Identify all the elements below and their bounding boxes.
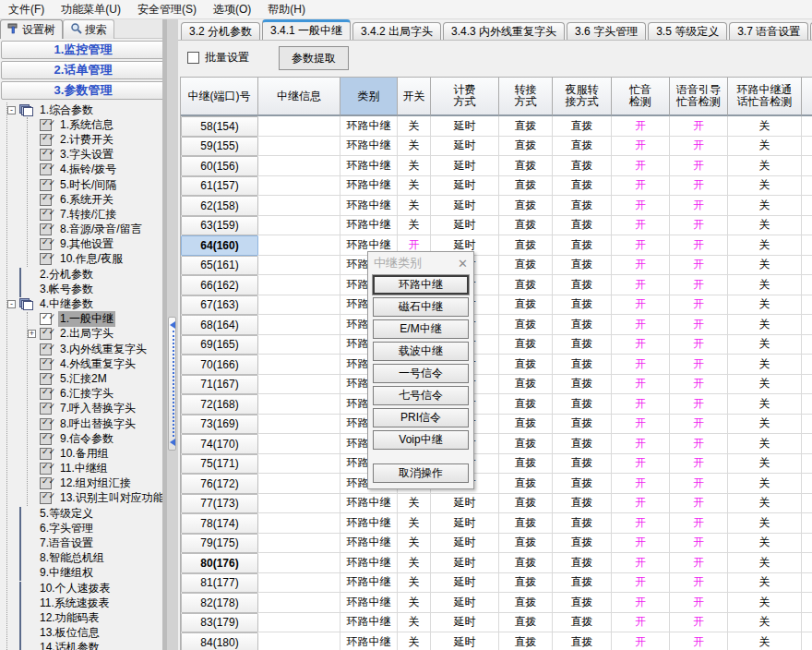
table-cell[interactable]: 直拨 — [553, 553, 612, 573]
splitter-handle[interactable] — [168, 317, 176, 451]
tree-item[interactable]: ✓✓10.备用组 — [28, 446, 162, 461]
table-cell[interactable] — [258, 573, 340, 594]
tab-3.2[interactable]: 3.2 分机参数 — [181, 22, 260, 40]
table-cell[interactable]: 环路中继 — [340, 632, 398, 650]
table-cell[interactable]: 开 — [670, 116, 728, 137]
table-cell[interactable]: 环路中继 — [340, 513, 398, 534]
table-cell[interactable]: 环路中继 — [340, 156, 398, 176]
table-cell[interactable]: 开 — [670, 415, 728, 435]
table-cell[interactable]: 关 — [728, 454, 802, 475]
table-cell[interactable]: 关 — [728, 593, 802, 613]
trunk-type-option[interactable]: E/M中继 — [373, 319, 469, 339]
table-cell[interactable] — [258, 256, 340, 276]
table-cell[interactable]: 开 — [670, 613, 728, 633]
table-cell[interactable]: 关 — [728, 355, 802, 375]
table-cell[interactable]: 环路中继 — [340, 613, 398, 633]
table-cell[interactable]: 直拨 — [553, 235, 612, 256]
table-cell[interactable]: 开 — [670, 335, 728, 355]
tree-item-label[interactable]: 5.等级定义 — [38, 506, 95, 522]
tree-item[interactable]: ✓✓6.系统开关 — [28, 192, 162, 207]
trunk-port-cell[interactable]: 81(177) — [181, 573, 258, 594]
trunk-port-cell[interactable]: 70(166) — [181, 355, 258, 375]
table-cell[interactable]: 环路中继 — [340, 573, 398, 594]
trunk-port-cell[interactable]: 58(154) — [181, 116, 258, 137]
table-cell[interactable]: 开 — [670, 513, 728, 534]
table-cell[interactable]: 环路中继 — [340, 593, 398, 613]
table-cell[interactable] — [258, 295, 340, 316]
trunk-type-option[interactable]: Voip中继 — [373, 430, 469, 450]
tree-item[interactable]: 11.系统速拨表 — [7, 596, 162, 610]
left-tab-search[interactable]: 搜索 — [63, 19, 114, 39]
tree-item[interactable]: ✓✓4.振铃/拨号 — [28, 162, 162, 177]
table-cell[interactable]: 关 — [728, 534, 802, 554]
table-cell[interactable]: 开 — [670, 454, 728, 475]
column-header[interactable]: 语音引导 忙音检测 — [670, 78, 728, 116]
table-cell[interactable]: 延时 — [431, 593, 499, 613]
table-cell[interactable]: 开 — [612, 494, 670, 514]
table-cell[interactable]: 关 — [728, 394, 802, 415]
table-cell[interactable]: 关 — [728, 295, 802, 316]
table-cell[interactable] — [258, 235, 340, 256]
table-cell[interactable]: 直拨 — [499, 235, 553, 256]
tree-item-label[interactable]: 12.功能码表 — [38, 610, 102, 626]
table-cell[interactable]: 开 — [612, 375, 670, 395]
table-cell[interactable]: 关 — [728, 553, 802, 573]
column-header[interactable]: 忙音 检测 — [612, 78, 670, 116]
table-cell[interactable]: 直拨 — [499, 275, 553, 295]
table-cell[interactable]: 延时 — [431, 156, 499, 176]
trunk-port-cell[interactable]: 63(159) — [181, 216, 258, 236]
table-cell[interactable]: 关 — [728, 196, 802, 216]
table-cell[interactable]: 直拨 — [553, 196, 612, 216]
table-cell[interactable]: 直拨 — [499, 613, 553, 633]
table-cell[interactable]: 直拨 — [553, 513, 612, 534]
dialog-titlebar[interactable]: 中继类别 ✕ — [368, 252, 473, 274]
tree-item[interactable]: ✓✓11.中继组 — [28, 462, 162, 476]
trunk-port-cell[interactable]: 64(160) — [181, 235, 258, 256]
table-cell[interactable] — [258, 375, 340, 395]
tree-item-label[interactable]: 1.一般中继 — [58, 311, 115, 327]
table-cell[interactable]: 关 — [728, 176, 802, 197]
table-cell[interactable]: 直拨 — [499, 434, 553, 454]
table-cell[interactable]: 直拨 — [553, 474, 612, 494]
section-button-2[interactable]: 2.话单管理 — [1, 61, 165, 79]
tree-item-label[interactable]: 6.汇接字头 — [58, 386, 115, 402]
table-cell[interactable]: 环路中继 — [340, 216, 398, 236]
table-cell[interactable]: 关 — [728, 137, 802, 157]
table-cell[interactable]: 直拨 — [499, 573, 553, 594]
tree-item[interactable]: 10.个人速拨表 — [7, 581, 162, 596]
table-cell[interactable] — [258, 196, 340, 216]
tree-item[interactable]: ✓✓4.外线重复字头 — [28, 356, 162, 371]
column-header[interactable]: 类别 — [340, 78, 398, 116]
table-cell[interactable] — [258, 156, 340, 176]
table-cell[interactable]: 环路中继 — [340, 176, 398, 197]
table-cell[interactable]: 环路中继 — [340, 116, 398, 137]
table-cell[interactable]: 开 — [670, 494, 728, 514]
tree-item-label[interactable]: 10.个人速拨表 — [38, 581, 113, 596]
table-cell[interactable]: 直拨 — [553, 632, 612, 650]
table-cell[interactable]: 开 — [612, 235, 670, 256]
tree-item[interactable]: ✓✓7.转接/汇接 — [28, 207, 162, 222]
table-cell[interactable]: 开 — [670, 573, 728, 594]
table-cell[interactable]: 关 — [728, 156, 802, 176]
table-cell[interactable]: 环路中继 — [340, 137, 398, 157]
trunk-type-option[interactable]: 环路中继 — [373, 275, 469, 295]
tree-item-label[interactable]: 9.中继组权 — [38, 565, 95, 581]
table-cell[interactable]: 直拨 — [499, 355, 553, 375]
trunk-type-option[interactable]: 载波中继 — [373, 342, 469, 361]
trunk-port-cell[interactable]: 74(170) — [181, 434, 258, 454]
tree-item-label[interactable]: 13.识别主叫对应功能 — [58, 490, 162, 506]
table-cell[interactable]: 直拨 — [499, 137, 553, 157]
trunk-port-cell[interactable]: 71(167) — [181, 375, 258, 395]
table-cell[interactable] — [258, 593, 340, 613]
tree-item[interactable]: -4.中继参数 — [7, 296, 162, 311]
trunk-port-cell[interactable]: 83(179) — [181, 613, 258, 633]
table-cell[interactable]: 关 — [728, 613, 802, 633]
table-cell[interactable]: 开 — [670, 176, 728, 197]
tree-item-label[interactable]: 8.音源/录音/留言 — [58, 222, 144, 237]
tree-item-label[interactable]: 7.转接/汇接 — [58, 207, 118, 223]
table-cell[interactable]: 直拨 — [553, 593, 612, 613]
tree-item-label[interactable]: 9.其他设置 — [58, 236, 115, 252]
table-cell[interactable]: 直拨 — [499, 534, 553, 554]
table-cell[interactable]: 关 — [728, 335, 802, 355]
tab-3.5[interactable]: 3.5 等级定义 — [648, 22, 727, 40]
